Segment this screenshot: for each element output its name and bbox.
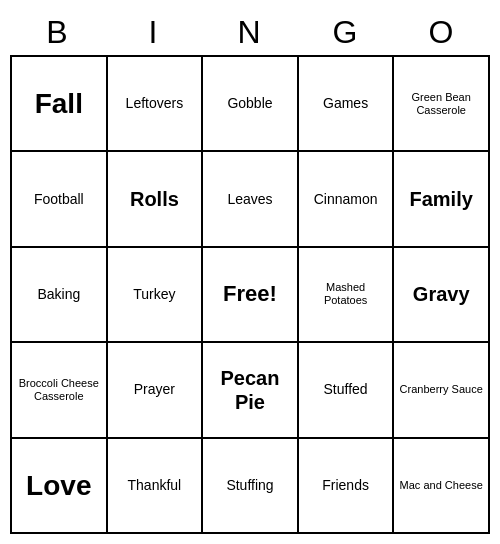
header-letter: N (202, 10, 298, 55)
cell-text: Free! (223, 281, 277, 307)
cell-text: Mashed Potatoes (303, 281, 389, 307)
cell-r2-c1: Turkey (108, 248, 204, 343)
cell-r1-c0: Football (12, 152, 108, 247)
bingo-grid: FallLeftoversGobbleGamesGreen Bean Casse… (10, 55, 490, 534)
cell-r4-c2: Stuffing (203, 439, 299, 534)
cell-text: Gravy (413, 282, 470, 306)
cell-r0-c3: Games (299, 57, 395, 152)
cell-r4-c4: Mac and Cheese (394, 439, 490, 534)
cell-r1-c3: Cinnamon (299, 152, 395, 247)
cell-r3-c1: Prayer (108, 343, 204, 438)
cell-r4-c0: Love (12, 439, 108, 534)
cell-text: Broccoli Cheese Casserole (16, 377, 102, 403)
cell-text: Love (26, 469, 91, 503)
cell-r0-c0: Fall (12, 57, 108, 152)
cell-r1-c4: Family (394, 152, 490, 247)
header-letter: O (394, 10, 490, 55)
cell-text: Games (323, 95, 368, 112)
cell-text: Leftovers (126, 95, 184, 112)
cell-r4-c3: Friends (299, 439, 395, 534)
cell-text: Prayer (134, 381, 175, 398)
bingo-card: BINGO FallLeftoversGobbleGamesGreen Bean… (10, 10, 490, 534)
cell-text: Family (410, 187, 473, 211)
cell-r2-c4: Gravy (394, 248, 490, 343)
cell-text: Green Bean Casserole (398, 91, 484, 117)
cell-text: Turkey (133, 286, 175, 303)
cell-text: Mac and Cheese (400, 479, 483, 492)
cell-r0-c4: Green Bean Casserole (394, 57, 490, 152)
cell-text: Pecan Pie (207, 366, 293, 414)
cell-r1-c2: Leaves (203, 152, 299, 247)
cell-r2-c2: Free! (203, 248, 299, 343)
header-letter: I (106, 10, 202, 55)
cell-text: Thankful (128, 477, 182, 494)
cell-text: Leaves (227, 191, 272, 208)
cell-r3-c4: Cranberry Sauce (394, 343, 490, 438)
header-letter: G (298, 10, 394, 55)
cell-text: Stuffing (226, 477, 273, 494)
cell-r2-c3: Mashed Potatoes (299, 248, 395, 343)
cell-text: Baking (37, 286, 80, 303)
cell-text: Cranberry Sauce (400, 383, 483, 396)
cell-text: Fall (35, 87, 83, 121)
cell-r2-c0: Baking (12, 248, 108, 343)
header-letter: B (10, 10, 106, 55)
cell-text: Stuffed (324, 381, 368, 398)
cell-r3-c0: Broccoli Cheese Casserole (12, 343, 108, 438)
cell-r3-c2: Pecan Pie (203, 343, 299, 438)
cell-text: Friends (322, 477, 369, 494)
cell-r3-c3: Stuffed (299, 343, 395, 438)
cell-text: Football (34, 191, 84, 208)
cell-text: Gobble (227, 95, 272, 112)
cell-r0-c2: Gobble (203, 57, 299, 152)
cell-r0-c1: Leftovers (108, 57, 204, 152)
cell-r4-c1: Thankful (108, 439, 204, 534)
bingo-header: BINGO (10, 10, 490, 55)
cell-text: Rolls (130, 187, 179, 211)
cell-r1-c1: Rolls (108, 152, 204, 247)
cell-text: Cinnamon (314, 191, 378, 208)
